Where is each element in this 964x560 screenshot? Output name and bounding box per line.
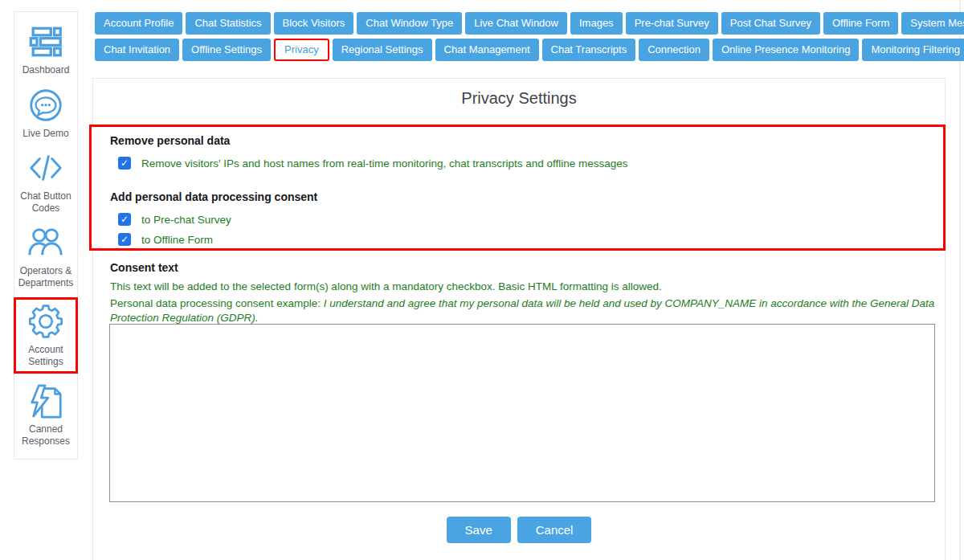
page-right-border bbox=[959, 0, 961, 560]
tab-post-chat-survey[interactable]: Post Chat Survey bbox=[721, 12, 820, 35]
form-actions: Save Cancel bbox=[92, 517, 946, 543]
sidebar-item-label: Operators & Departments bbox=[16, 265, 76, 289]
checkbox-to-pre-chat-survey[interactable] bbox=[118, 213, 131, 226]
consent-row-to-pre-chat-survey[interactable]: to Pre-chat Survey bbox=[118, 213, 943, 226]
tab-live-chat-window[interactable]: Live Chat Window bbox=[465, 12, 567, 35]
tab-block-visitors[interactable]: Block Visitors bbox=[274, 12, 354, 35]
tab-connection[interactable]: Connection bbox=[639, 39, 709, 61]
dashboard-icon bbox=[27, 23, 64, 60]
sidebar-item-chat-button-codes[interactable]: Chat Button Codes bbox=[14, 148, 77, 216]
consent-text-section: Consent text This text will be added to … bbox=[110, 261, 937, 326]
consent-text-heading: Consent text bbox=[110, 261, 937, 274]
sidebar-item-label: Chat Button Codes bbox=[16, 190, 76, 215]
tab-system-messages[interactable]: System Messages bbox=[901, 12, 964, 35]
tab-chat-transcripts[interactable]: Chat Transcripts bbox=[542, 39, 636, 61]
sidebar-item-dashboard[interactable]: Dashboard bbox=[14, 22, 77, 78]
sidebar-item-label: Dashboard bbox=[16, 64, 76, 76]
consent-text-example: Personal data processing consent example… bbox=[110, 296, 937, 325]
tabs-row-1: Account ProfileChat StatisticsBlock Visi… bbox=[95, 12, 964, 35]
gear-icon bbox=[27, 303, 64, 340]
sidebar-item-label: Live Demo bbox=[16, 128, 76, 140]
remove-personal-data-heading: Remove personal data bbox=[110, 134, 943, 147]
privacy-options-highlight-box: Remove personal data Remove visitors' IP… bbox=[89, 125, 946, 251]
tab-online-presence-monitoring[interactable]: Online Presence Monitoring bbox=[713, 39, 859, 61]
chat-bubble-icon bbox=[27, 87, 64, 124]
tab-pre-chat-survey[interactable]: Pre-chat Survey bbox=[626, 12, 718, 35]
checkbox-label[interactable]: to Offline Form bbox=[141, 234, 213, 246]
cancel-button[interactable]: Cancel bbox=[517, 517, 592, 543]
checkbox-label[interactable]: to Pre-chat Survey bbox=[141, 214, 231, 226]
remove-personal-data-row[interactable]: Remove visitors' IPs and host names from… bbox=[118, 157, 943, 170]
tabs-row-2: Chat InvitationOffline SettingsPrivacyRe… bbox=[95, 39, 964, 61]
consent-row-to-offline-form[interactable]: to Offline Form bbox=[118, 233, 943, 246]
sidebar-item-account-settings[interactable]: Account Settings bbox=[14, 297, 78, 374]
tab-monitoring-filtering[interactable]: Monitoring Filtering bbox=[862, 39, 964, 61]
consent-checkbox-list: to Pre-chat Surveyto Offline Form bbox=[110, 213, 943, 246]
sidebar-item-canned-responses[interactable]: Canned Responses bbox=[14, 381, 77, 449]
checkbox-to-offline-form[interactable] bbox=[118, 233, 131, 246]
tab-offline-form[interactable]: Offline Form bbox=[823, 12, 898, 35]
tab-chat-window-type[interactable]: Chat Window Type bbox=[357, 12, 462, 35]
sidebar: Dashboard Live Demo Chat Button Codes Op… bbox=[14, 11, 78, 460]
add-consent-heading: Add personal data processing consent bbox=[110, 190, 943, 203]
remove-personal-data-checkbox[interactable] bbox=[118, 157, 131, 170]
save-button[interactable]: Save bbox=[447, 517, 511, 543]
consent-text-description: This text will be added to the selected … bbox=[110, 280, 937, 294]
sidebar-item-operators-departments[interactable]: Operators & Departments bbox=[14, 223, 77, 291]
tab-chat-management[interactable]: Chat Management bbox=[435, 39, 539, 61]
tab-offline-settings[interactable]: Offline Settings bbox=[182, 39, 271, 61]
remove-personal-data-label[interactable]: Remove visitors' IPs and host names from… bbox=[141, 157, 628, 170]
consent-example-prefix: Personal data processing consent example… bbox=[110, 297, 324, 309]
tab-chat-invitation[interactable]: Chat Invitation bbox=[95, 39, 179, 61]
tab-images[interactable]: Images bbox=[570, 12, 623, 35]
users-icon bbox=[27, 224, 64, 261]
sidebar-item-live-demo[interactable]: Live Demo bbox=[14, 85, 77, 141]
tab-chat-statistics[interactable]: Chat Statistics bbox=[186, 12, 270, 35]
tab-regional-settings[interactable]: Regional Settings bbox=[333, 39, 432, 61]
tab-privacy[interactable]: Privacy bbox=[274, 39, 329, 61]
consent-text-input[interactable] bbox=[109, 324, 935, 502]
tab-account-profile[interactable]: Account Profile bbox=[95, 12, 182, 35]
page-title: Privacy Settings bbox=[93, 89, 945, 108]
sidebar-item-label: Account Settings bbox=[16, 344, 76, 368]
sidebar-item-label: Canned Responses bbox=[16, 423, 76, 448]
canned-response-icon bbox=[27, 382, 64, 419]
code-icon bbox=[27, 149, 64, 186]
